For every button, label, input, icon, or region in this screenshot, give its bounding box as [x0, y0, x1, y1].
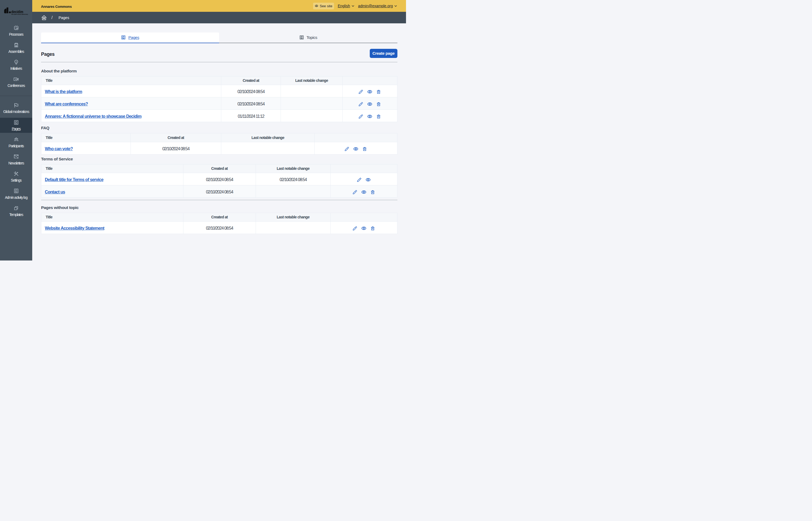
- svg-text:free open-source democracy: free open-source democracy: [11, 14, 28, 15]
